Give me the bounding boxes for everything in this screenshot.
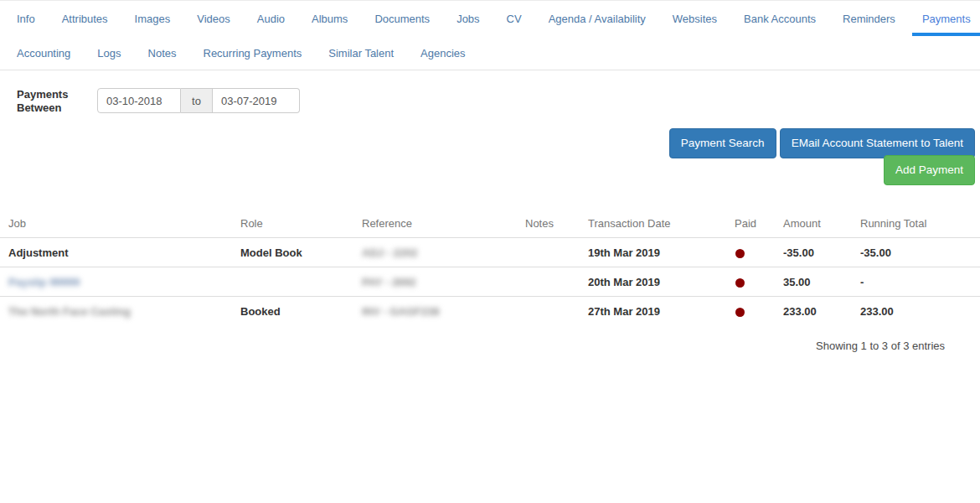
job-text-redacted: The North Face Casting — [8, 305, 131, 318]
cell-transaction-date: 19th Mar 2019 — [580, 238, 726, 267]
tab-notes[interactable]: Notes — [135, 36, 190, 70]
running-total-text: - — [860, 276, 864, 288]
reference-text-redacted: PAY - 2692 — [362, 276, 416, 288]
cell-running-total: -35.00 — [852, 238, 980, 267]
tab-bank-accounts[interactable]: Bank Accounts — [730, 1, 829, 36]
cell-amount: -35.00 — [775, 238, 852, 267]
primary-actions: Payment Search EMail Account Statement t… — [669, 128, 975, 158]
payments-between-label-line2: Between — [17, 101, 80, 115]
column-header-reference: Reference — [353, 212, 517, 238]
tab-audio[interactable]: Audio — [244, 1, 298, 36]
column-header-role: Role — [232, 212, 353, 238]
date-range-group: to — [97, 88, 300, 113]
tab-agencies[interactable]: Agencies — [407, 36, 478, 70]
payments-between-filter: Payments Between to — [17, 88, 300, 115]
cell-notes — [517, 297, 580, 326]
tab-agenda-availability[interactable]: Agenda / Availability — [535, 1, 659, 36]
tab-images[interactable]: Images — [121, 1, 184, 36]
date-from-input[interactable] — [97, 88, 181, 113]
role-text: Model Book — [240, 246, 302, 259]
cell-role — [232, 267, 353, 297]
reference-text-redacted: ADJ - 2202 — [362, 246, 417, 259]
cell-role: Model Book — [232, 238, 353, 267]
tab-jobs[interactable]: Jobs — [443, 1, 493, 36]
tab-videos[interactable]: Videos — [183, 1, 244, 36]
table-row: Payslip 99999 PAY - 2692 20th Mar 2019 3… — [0, 267, 980, 297]
cell-running-total: 233.00 — [852, 297, 980, 326]
role-text: Booked — [240, 305, 281, 318]
email-account-statement-button[interactable]: EMail Account Statement to Talent — [780, 128, 975, 158]
payments-between-label: Payments Between — [17, 88, 80, 115]
column-header-job: Job — [0, 212, 232, 238]
transaction-date-text: 27th Mar 2019 — [588, 305, 660, 318]
paid-status-dot — [735, 249, 745, 258]
cell-amount: 35.00 — [775, 267, 852, 297]
table-header-row: Job Role Reference Notes Transaction Dat… — [0, 212, 980, 238]
tab-similar-talent[interactable]: Similar Talent — [315, 36, 407, 70]
payments-table: Job Role Reference Notes Transaction Dat… — [0, 212, 980, 325]
tab-websites[interactable]: Websites — [659, 1, 730, 36]
column-header-paid: Paid — [726, 212, 775, 238]
tab-attributes[interactable]: Attributes — [49, 1, 121, 36]
cell-role: Booked — [232, 297, 353, 326]
tab-albums[interactable]: Albums — [298, 1, 361, 36]
paid-status-dot — [735, 278, 745, 288]
job-text: Adjustment — [8, 246, 69, 259]
cell-transaction-date: 20th Mar 2019 — [580, 267, 726, 297]
amount-text: -35.00 — [783, 246, 814, 259]
reference-text-redacted: INV - GAGF238 — [362, 305, 439, 318]
payments-between-label-line1: Payments — [17, 88, 80, 101]
table-entries-info: Showing 1 to 3 of 3 entries — [816, 340, 945, 352]
tab-navigation: Info Attributes Images Videos Audio Albu… — [0, 1, 980, 70]
tab-recurring-payments[interactable]: Recurring Payments — [190, 36, 316, 70]
column-header-notes: Notes — [517, 212, 580, 238]
running-total-text: 233.00 — [860, 305, 894, 318]
cell-running-total: - — [852, 267, 980, 297]
date-to-input[interactable] — [213, 88, 300, 113]
cell-reference: INV - GAGF238 — [353, 297, 517, 326]
cell-notes — [517, 267, 580, 297]
tab-documents[interactable]: Documents — [361, 1, 443, 36]
running-total-text: -35.00 — [860, 246, 891, 259]
cell-paid — [726, 267, 775, 297]
column-header-running-total: Running Total — [852, 212, 980, 238]
tab-payments-active[interactable]: Payments — [909, 1, 980, 36]
tab-info[interactable]: Info — [3, 1, 49, 36]
date-range-to-addon: to — [181, 88, 213, 113]
tab-accounting[interactable]: Accounting — [3, 36, 84, 70]
cell-paid — [726, 238, 775, 267]
tab-cv[interactable]: CV — [493, 1, 535, 36]
cell-amount: 233.00 — [775, 297, 852, 326]
transaction-date-text: 19th Mar 2019 — [588, 246, 660, 259]
cell-paid — [726, 297, 775, 326]
cell-job: Payslip 99999 — [0, 267, 232, 297]
tab-row-secondary: Accounting Logs Notes Recurring Payments… — [3, 36, 980, 70]
transaction-date-text: 20th Mar 2019 — [588, 276, 660, 288]
amount-text: 233.00 — [783, 305, 817, 318]
table-row: Adjustment Model Book ADJ - 2202 19th Ma… — [0, 238, 980, 267]
tab-reminders[interactable]: Reminders — [829, 1, 909, 36]
cell-reference: PAY - 2692 — [353, 267, 517, 297]
paid-status-dot — [735, 308, 745, 317]
tab-logs[interactable]: Logs — [84, 36, 134, 70]
cell-job: Adjustment — [0, 238, 232, 267]
cell-job: The North Face Casting — [0, 297, 232, 326]
cell-transaction-date: 27th Mar 2019 — [580, 297, 726, 326]
payment-search-button[interactable]: Payment Search — [669, 128, 776, 158]
tab-row-primary: Info Attributes Images Videos Audio Albu… — [3, 1, 980, 36]
cell-reference: ADJ - 2202 — [353, 238, 517, 267]
add-payment-button[interactable]: Add Payment — [884, 155, 975, 185]
amount-text: 35.00 — [783, 276, 811, 288]
column-header-transaction-date: Transaction Date — [580, 212, 726, 238]
payments-page: Info Attributes Images Videos Audio Albu… — [0, 0, 980, 503]
table-row: The North Face Casting Booked INV - GAGF… — [0, 297, 980, 326]
cell-notes — [517, 238, 580, 267]
job-link-redacted[interactable]: Payslip 99999 — [8, 276, 80, 288]
column-header-amount: Amount — [775, 212, 852, 238]
secondary-actions: Add Payment — [884, 155, 975, 185]
